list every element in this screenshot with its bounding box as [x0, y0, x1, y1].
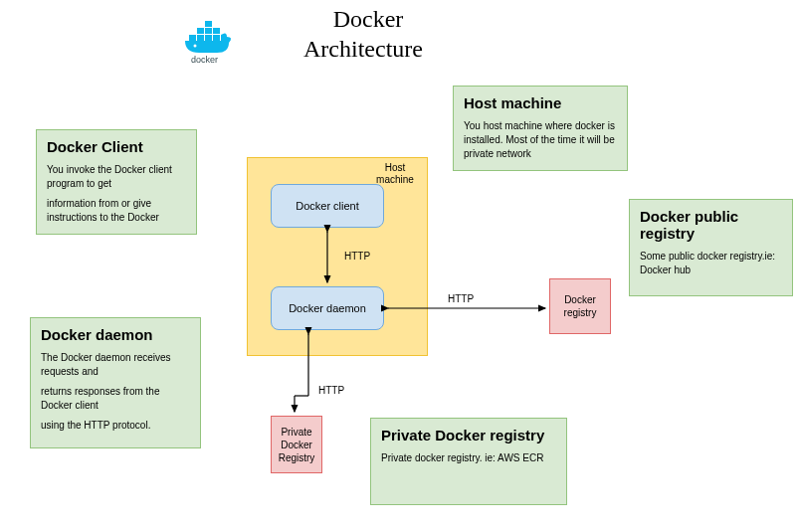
host-machine-label: Hostmachine	[371, 162, 419, 186]
diagram-title-line1: Docker	[299, 6, 438, 33]
diagram-title-line2: Architecture	[274, 36, 453, 63]
svg-rect-5	[205, 28, 212, 34]
svg-rect-2	[205, 35, 212, 41]
info-text: You invoke the Docker client program to …	[47, 163, 186, 191]
svg-rect-1	[197, 35, 204, 41]
info-box-client: Docker Client You invoke the Docker clie…	[36, 129, 197, 235]
info-title-host: Host machine	[464, 94, 617, 111]
svg-rect-3	[213, 35, 220, 41]
http-label-client-daemon: HTTP	[344, 251, 370, 262]
info-text: using the HTTP protocol.	[41, 419, 190, 433]
info-title-public-registry: Docker public registry	[640, 208, 782, 242]
svg-rect-7	[205, 21, 212, 27]
http-label-daemon-public: HTTP	[448, 293, 474, 304]
docker-logo-icon: docker	[179, 15, 243, 65]
info-title-private-registry: Private Docker registry	[381, 427, 556, 443]
info-box-private-registry: Private Docker registry Private docker r…	[370, 418, 567, 505]
info-text: returns responses from the Docker client	[41, 385, 190, 413]
info-title-daemon: Docker daemon	[41, 326, 190, 343]
node-private-registry: PrivateDockerRegistry	[271, 416, 322, 473]
node-public-registry: Dockerregistry	[549, 278, 611, 334]
svg-point-8	[194, 45, 197, 48]
info-box-daemon: Docker daemon The Docker daemon receives…	[30, 317, 201, 448]
node-docker-client: Docker client	[271, 184, 384, 228]
info-text: information from or give instructions to…	[47, 197, 186, 225]
info-text: You host machine where docker is install…	[464, 119, 617, 161]
info-text: Some public docker registry.ie: Docker h…	[640, 250, 782, 277]
http-label-daemon-private: HTTP	[318, 385, 344, 396]
svg-rect-0	[189, 35, 196, 41]
svg-rect-4	[197, 28, 204, 34]
svg-rect-6	[213, 28, 220, 34]
info-title-client: Docker Client	[47, 138, 186, 155]
info-text: Private docker registry. ie: AWS ECR	[381, 451, 556, 465]
svg-text:docker: docker	[191, 55, 218, 65]
info-box-host: Host machine You host machine where dock…	[453, 86, 628, 171]
node-docker-daemon: Docker daemon	[271, 286, 384, 330]
info-text: The Docker daemon receives requests and	[41, 351, 190, 379]
info-box-public-registry: Docker public registry Some public docke…	[629, 199, 793, 296]
